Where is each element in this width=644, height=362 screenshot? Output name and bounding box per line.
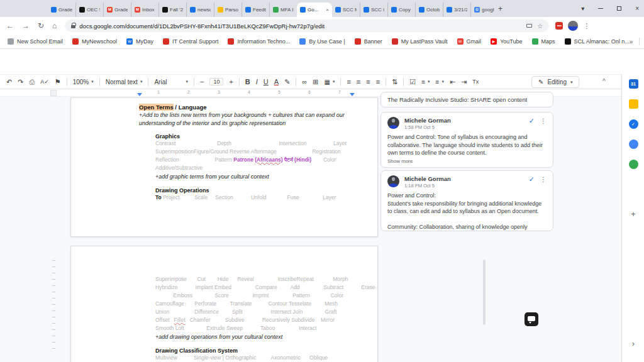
browser-tab[interactable]: newsch × xyxy=(186,3,214,17)
forward-icon[interactable]: → xyxy=(22,21,30,30)
maximize-icon[interactable] xyxy=(617,6,621,11)
get-addons-icon[interactable]: + xyxy=(622,209,644,219)
browser-tab[interactable]: Go... × xyxy=(297,3,332,17)
browser-tab[interactable]: Gradeb × xyxy=(48,3,75,17)
side-panel-app-icon[interactable]: ✓ xyxy=(629,119,638,129)
bookmark-item[interactable]: Banner xyxy=(355,38,382,45)
undo-icon[interactable]: ↶ xyxy=(6,78,12,86)
browser-tab[interactable]: SCC C: × xyxy=(360,3,387,17)
hide-menus-icon[interactable]: ^ xyxy=(602,78,606,85)
bookmark-item[interactable]: New School Email xyxy=(8,38,63,45)
italic-icon[interactable]: I xyxy=(256,78,258,85)
bullet-list-icon[interactable]: ≡▾ xyxy=(421,79,430,85)
right-indent-marker[interactable] xyxy=(350,93,355,96)
browser-tab[interactable]: Octob: × xyxy=(415,3,443,17)
bookmark-item[interactable]: Maps xyxy=(532,38,555,45)
indent-decrease-icon[interactable]: ⇤ xyxy=(450,78,455,86)
bookmark-item[interactable]: M Gmail xyxy=(457,38,482,45)
bookmark-star-icon[interactable]: ☆ xyxy=(537,23,543,30)
browser-tab[interactable]: M Inbox ( × xyxy=(131,3,158,17)
browser-tab[interactable]: Fall '2: × xyxy=(158,3,186,17)
minimize-icon[interactable] xyxy=(598,8,603,9)
align-center-icon[interactable]: ≡ xyxy=(357,78,360,85)
font-size-decrease-icon[interactable]: − xyxy=(200,78,204,85)
paragraph-style-select[interactable]: Normal text▾ xyxy=(106,79,143,85)
side-panel-app-icon[interactable]: 31 xyxy=(629,79,638,89)
comment-card-collapsed[interactable]: The Radically Inclusive Studio: SHARE op… xyxy=(380,92,553,107)
back-icon[interactable]: ← xyxy=(6,21,14,30)
checklist-icon[interactable]: ☑ xyxy=(409,78,416,86)
editing-mode-select[interactable]: ✎ Editing ▾ xyxy=(531,76,579,88)
zoom-select[interactable]: 100%▾ xyxy=(73,79,94,85)
browser-tab[interactable]: Copy c × xyxy=(387,3,415,17)
indent-increase-icon[interactable]: ⇥ xyxy=(461,78,467,86)
home-icon[interactable]: ⌂ xyxy=(52,21,57,30)
browser-tab[interactable]: MFA ID × xyxy=(269,3,297,17)
font-size-value[interactable]: 10 xyxy=(209,78,223,85)
comment-menu-icon[interactable]: ⋮ xyxy=(540,176,547,183)
bookmark-item[interactable]: My LastPass Vault xyxy=(392,38,448,45)
send-to-device-icon[interactable] xyxy=(526,24,532,28)
numbered-list-icon[interactable]: ≡▾ xyxy=(436,79,444,85)
extension-icon[interactable]: ••• xyxy=(555,22,563,30)
url-omnibox[interactable]: docs.google.com/document/d/1DL2bvPSHY-8F… xyxy=(65,19,549,32)
bookmark-item[interactable]: SCL Almanac: Onl n... xyxy=(565,38,630,45)
side-panel-app-icon[interactable] xyxy=(629,160,638,169)
left-indent-marker[interactable] xyxy=(137,93,142,96)
paint-format-icon[interactable]: ⚑ xyxy=(55,78,61,86)
scrollbar-thumb[interactable] xyxy=(483,260,486,325)
close-window-icon[interactable]: × xyxy=(635,5,639,12)
browser-menu-icon[interactable]: ⋮ xyxy=(583,22,590,30)
tab-close-icon[interactable]: × xyxy=(326,7,329,13)
bookmarks-overflow-icon[interactable]: » xyxy=(630,38,633,45)
show-more-link[interactable]: Show more xyxy=(387,158,547,164)
font-size-increase-icon[interactable]: + xyxy=(229,78,233,85)
new-tab-button[interactable]: + xyxy=(498,4,502,14)
browser-tab[interactable]: M Gradeb × xyxy=(103,3,131,17)
clear-formatting-icon[interactable]: Tx xyxy=(472,79,479,85)
resolve-comment-icon[interactable]: ✓ xyxy=(529,117,535,125)
font-select[interactable]: Arial▾ xyxy=(154,79,188,85)
highlight-color-icon[interactable]: ✎ xyxy=(284,78,290,86)
document-page-2[interactable]: Superimpose Cut Hide Reveal InscribeRepe… xyxy=(70,246,378,362)
print-icon[interactable]: ⎙ xyxy=(29,78,35,86)
bookmark-item[interactable]: IT Central Support xyxy=(163,38,218,45)
underline-icon[interactable]: U xyxy=(264,78,269,85)
browser-tab[interactable]: SCC M × xyxy=(332,3,360,17)
browser-tab[interactable]: 3/21/2 × xyxy=(443,3,470,17)
side-panel-app-icon[interactable] xyxy=(629,99,638,109)
insert-image-icon[interactable]: ▦▾ xyxy=(324,79,335,85)
browser-tab[interactable]: Parson: × xyxy=(214,3,242,17)
side-panel-collapse-icon[interactable]: › xyxy=(622,339,644,348)
align-right-icon[interactable]: ≡ xyxy=(366,78,370,85)
add-comment-icon[interactable]: ⊞ xyxy=(313,78,318,86)
reload-icon[interactable]: ↻ xyxy=(38,21,44,30)
spellcheck-icon[interactable]: A✓ xyxy=(40,79,49,85)
commenter-avatar xyxy=(387,117,399,129)
bookmark-item[interactable]: Information Techno... xyxy=(228,38,290,45)
redo-icon[interactable]: ↷ xyxy=(18,78,23,86)
resolve-comment-icon[interactable]: ✓ xyxy=(529,175,535,184)
browser-profile-avatar[interactable] xyxy=(568,21,578,31)
bookmark-item[interactable]: By Use Case | xyxy=(299,38,345,45)
floating-comment-button[interactable] xyxy=(525,312,538,326)
browser-tab-strip: Gradeb × OEC S: × M Gradeb × M Inbox ( ×… xyxy=(0,0,644,17)
bold-icon[interactable]: B xyxy=(245,78,250,85)
browser-tab[interactable]: OEC S: × xyxy=(75,3,103,17)
browser-tab[interactable]: Feedba × xyxy=(242,3,269,17)
tab-search-icon[interactable]: ▾ xyxy=(581,5,584,12)
document-page-1[interactable]: Open Terms / Language +Add to the lists … xyxy=(70,97,378,237)
insert-link-icon[interactable]: ∞ xyxy=(302,78,307,85)
comment-menu-icon[interactable]: ⋮ xyxy=(540,118,547,124)
align-justify-icon[interactable]: ≡ xyxy=(376,78,380,85)
side-panel-app-icon[interactable] xyxy=(629,140,638,149)
bookmark-item[interactable]: ▶ YouTube xyxy=(491,38,522,45)
bookmark-item[interactable]: MyNewschool xyxy=(72,38,117,45)
align-left-icon[interactable]: ≡ xyxy=(347,78,350,85)
line-spacing-icon[interactable]: ⇅ xyxy=(392,78,397,86)
bookmark-item[interactable]: W MyDay xyxy=(126,38,153,45)
comment-card[interactable]: Michele Gorman 1:58 PM Oct 5 ✓ ⋮ Power a… xyxy=(380,112,553,168)
comment-card[interactable]: Michele Gorman 1:18 PM Oct 5 ✓ ⋮ Power a… xyxy=(380,170,553,231)
text-color-icon[interactable]: A xyxy=(274,78,279,85)
browser-tab[interactable]: G googl × xyxy=(470,3,498,17)
